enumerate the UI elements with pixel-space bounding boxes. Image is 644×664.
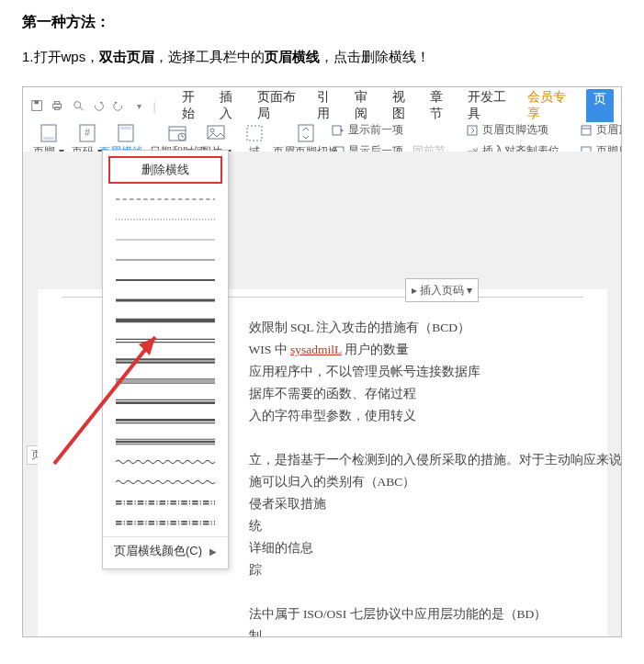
doc-line: 立，是指基于一个检测到的入侵所采取的措施。对于主动响应来说，其 [249,449,583,471]
svg-rect-3 [55,102,60,105]
chevron-right-icon: ▶ [209,546,217,557]
quick-access-bar: ▾ | 开始 插入 页面布局 引用 审阅 视图 章节 开发工具 会员专享 页 [30,95,614,117]
footer-icon [36,122,62,144]
header-line-color-item[interactable]: 页眉横线颜色(C) ▶ [103,536,228,565]
svg-line-6 [79,107,83,111]
instr-bold-2: 页眉横线 [265,49,320,64]
header-line-icon [113,122,139,144]
doc-line: 制 [249,625,583,637]
doc-line: 侵者采取措施 [249,493,583,515]
line-style-2[interactable] [103,230,228,250]
doc-line [249,581,583,603]
line-style-4[interactable] [103,270,228,290]
svg-rect-24 [468,126,477,135]
show-prev[interactable]: 显示前一项 [332,122,446,138]
header-top-icon [580,124,593,137]
field-icon [242,122,267,144]
line-style-12[interactable] [103,432,228,452]
header-top-margin[interactable]: 页眉顶 [580,122,622,138]
prev-icon [332,124,345,137]
line-style-0[interactable] [103,189,228,209]
datetime-icon [164,122,190,144]
article-instruction: 1.打开wps，双击页眉，选择工具栏中的页眉横线，点击删除横线！ [22,49,622,66]
preview-icon[interactable] [72,98,85,113]
doc-line [249,427,583,449]
wps-screenshot: ▾ | 开始 插入 页面布局 引用 审阅 视图 章节 开发工具 会员专享 页 页… [22,86,622,637]
line-style-14[interactable] [103,472,228,492]
line-style-11[interactable] [103,411,228,432]
line-style-7[interactable] [103,331,228,351]
line-style-list [103,189,228,533]
doc-line: 应用程序中，不以管理员帐号连接数据库 [249,361,583,383]
options-icon [466,124,479,137]
article-heading: 第一种方法： [22,13,622,32]
doc-line: 统 [249,515,583,537]
delete-header-line-item[interactable]: 删除横线 [108,156,222,184]
show-prev-label: 显示前一项 [348,122,403,138]
redo-icon[interactable] [112,98,125,113]
svg-point-5 [73,102,80,108]
pagenum-icon: # [74,122,100,144]
save-icon[interactable] [30,98,43,113]
doc-line: WIS 中 sysadmilL 用户的数量 [249,339,583,361]
undo-icon[interactable] [92,98,105,113]
header-line-dropdown: 删除横线 页眉横线颜色(C) ▶ [102,150,229,569]
insert-page-number-button[interactable]: ▸ 插入页码 ▾ [405,278,479,302]
header-line-color-label: 页眉横线颜色(C) [114,543,202,559]
svg-point-19 [210,129,214,132]
svg-rect-26 [582,126,591,135]
picture-icon [203,122,229,144]
doc-line: 法中属于 ISO/OSI 七层协议中应用层功能的是（BD） [249,603,583,625]
doc-line: 详细的信息 [249,537,583,559]
options-label: 页眉页脚选项 [482,122,548,138]
line-style-15[interactable] [103,492,228,512]
svg-rect-20 [247,126,262,141]
line-style-8[interactable] [103,351,228,371]
line-style-3[interactable] [103,250,228,270]
svg-rect-8 [43,137,54,140]
doc-line: 据库不需要的函数、存储过程 [249,383,583,405]
doc-line: 踪 [249,559,583,581]
doc-line: 施可以归入的类别有（ABC） [249,471,583,493]
instr-suffix: ，点击删除横线！ [320,49,430,64]
line-style-1[interactable] [103,209,228,230]
svg-rect-12 [120,127,131,129]
page-body: 效限制 SQL 注入攻击的措施有（BCD）WIS 中 sysadmilL 用户的… [249,317,583,637]
quickbar-sep: | [153,99,156,113]
svg-text:#: # [85,128,90,138]
doc-line: 入的字符串型参数，使用转义 [249,405,583,427]
switch-icon [293,122,319,144]
line-style-16[interactable] [103,512,228,533]
svg-rect-1 [34,101,38,105]
instr-bold-1: 双击页眉 [99,49,154,64]
instr-mid: ，选择工具栏中的 [154,49,265,64]
instr-prefix: 1.打开wps， [22,49,99,64]
line-style-9[interactable] [103,371,228,391]
line-style-13[interactable] [103,452,228,472]
doc-line: 效限制 SQL 注入攻击的措施有（BCD） [249,317,583,339]
header-top-label: 页眉顶 [596,122,622,138]
line-style-10[interactable] [103,391,228,411]
header-footer-options[interactable]: 页眉页脚选项 [466,122,559,138]
print-icon[interactable] [51,98,63,113]
svg-rect-22 [333,126,341,135]
line-style-5[interactable] [103,290,228,310]
dropdown-arrow-icon[interactable]: ▾ [132,98,145,113]
line-style-6[interactable] [103,310,228,331]
